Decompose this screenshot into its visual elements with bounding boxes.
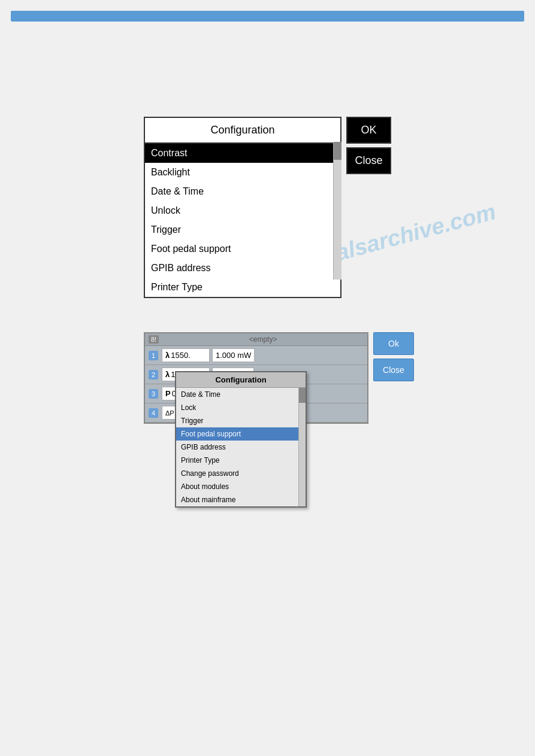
config-overlay-title: Configuration [176, 372, 306, 388]
config-overlay: Configuration Date & Time Lock Trigger F… [175, 371, 307, 508]
channel-num-4: 4 [149, 408, 158, 418]
overlay-item-datetime[interactable]: Date & Time [176, 388, 306, 401]
config-overlay-list: Date & Time Lock Trigger Foot pedal supp… [176, 388, 306, 506]
channel-num-3: 3 [149, 389, 158, 399]
overlay-item-changepassword[interactable]: Change password [176, 467, 306, 480]
overlay-item-printertype[interactable]: Printer Type [176, 454, 306, 467]
lambda-icon-1: λ [165, 351, 170, 360]
list-item-printertype[interactable]: Printer Type [145, 278, 340, 297]
p-icon-3: P [165, 389, 171, 398]
lambda-icon-2: λ [165, 370, 170, 379]
scrollbar-thumb-top [334, 142, 341, 160]
top-dialog: Configuration Contrast Backlight Date & … [144, 117, 391, 298]
channel-1-wavelength[interactable]: λ 1550. [162, 348, 210, 362]
bottom-dialog: 8! <empty> 1 λ 1550. 1.000 mW Configurat… [144, 332, 414, 424]
ok-button-bottom[interactable]: Ok [373, 332, 414, 355]
config-title-top: Configuration [145, 118, 340, 144]
overlay-item-trigger[interactable]: Trigger [176, 414, 306, 427]
instrument-panel: 8! <empty> 1 λ 1550. 1.000 mW Configurat… [144, 332, 368, 424]
close-button-top[interactable]: Close [346, 147, 391, 174]
bottom-dialog-buttons: Ok Close [373, 332, 414, 381]
overlay-item-gpib[interactable]: GPIB address [176, 441, 306, 454]
channel-1-power[interactable]: 1.000 mW [212, 348, 255, 362]
channel-num-1: 1 [149, 351, 158, 360]
channel-1-wl-value: 1550. [171, 351, 191, 360]
overlay-scrollbar-thumb [299, 388, 306, 403]
channel-1-fields: λ 1550. 1.000 mW [162, 348, 364, 362]
config-panel-top: Configuration Contrast Backlight Date & … [144, 117, 341, 298]
config-list-top: Contrast Backlight Date & Time Unlock Tr… [145, 144, 340, 297]
scrollbar-top[interactable] [333, 142, 341, 280]
overlay-item-aboutmodules[interactable]: About modules [176, 480, 306, 493]
channel-1-power-value: 1.000 mW [216, 351, 251, 360]
overlay-item-lock[interactable]: Lock [176, 401, 306, 414]
overlay-scrollbar[interactable] [298, 388, 306, 506]
channel-num-2: 2 [149, 370, 158, 379]
channel-row-1: 1 λ 1550. 1.000 mW Configuration Date & … [145, 346, 367, 365]
overlay-item-aboutmainframe[interactable]: About mainframe [176, 493, 306, 506]
list-item-contrast[interactable]: Contrast [145, 144, 340, 163]
list-item-unlock[interactable]: Unlock [145, 201, 340, 220]
config-panel-top-inner: Configuration Contrast Backlight Date & … [144, 117, 341, 298]
instrument-empty-label: <empty> [162, 335, 364, 344]
instrument-num-badge: 8! [149, 335, 159, 344]
instrument-header: 8! <empty> [145, 333, 367, 346]
list-item-backlight[interactable]: Backlight [145, 163, 340, 182]
top-banner [11, 11, 524, 22]
overlay-item-footpedal[interactable]: Foot pedal support [176, 427, 306, 441]
top-dialog-buttons: OK Close [346, 117, 391, 174]
close-button-bottom[interactable]: Close [373, 359, 414, 381]
list-item-trigger[interactable]: Trigger [145, 220, 340, 239]
list-item-gpib[interactable]: GPIB address [145, 259, 340, 278]
ok-button-top[interactable]: OK [346, 117, 391, 144]
list-item-footpedal[interactable]: Foot pedal support [145, 239, 340, 259]
list-item-datetime[interactable]: Date & Time [145, 182, 340, 201]
delta-p-icon-4: ΔP [165, 409, 174, 417]
